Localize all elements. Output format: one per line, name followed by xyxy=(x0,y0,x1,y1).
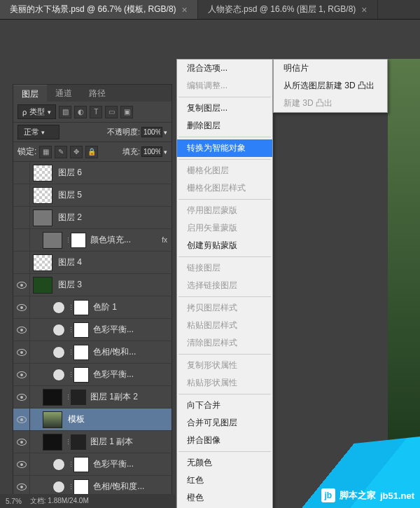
menu-item[interactable]: 删除图层 xyxy=(177,117,272,135)
document-tab-1[interactable]: 美丽的水下场景.psd @ 66.7% (模板, RGB/8) × xyxy=(0,0,198,19)
layer-name[interactable]: 图层 5 xyxy=(58,189,82,201)
blend-mode-dropdown[interactable]: 正常 ▾ xyxy=(18,125,59,139)
fx-badge[interactable]: fx xyxy=(162,236,167,244)
visibility-toggle[interactable] xyxy=(13,409,30,431)
layer-row[interactable]: 图层 4 xyxy=(13,252,172,274)
visibility-toggle[interactable] xyxy=(13,341,30,364)
zoom-level[interactable]: 5.7% xyxy=(6,497,22,505)
visibility-toggle[interactable] xyxy=(13,319,30,341)
visibility-toggle[interactable] xyxy=(13,162,30,184)
lock-all-icon[interactable]: 🔒 xyxy=(85,146,98,158)
layer-name[interactable]: 图层 3 xyxy=(58,279,82,291)
tab-channels[interactable]: 通道 xyxy=(47,85,80,102)
layer-name[interactable]: 图层 4 xyxy=(58,256,82,268)
layer-mask-thumbnail[interactable] xyxy=(71,434,86,450)
menu-item[interactable]: 转换为智能对象 xyxy=(177,139,272,157)
chevron-down-icon[interactable]: ▾ xyxy=(164,129,167,136)
layer-name[interactable]: 色阶 1 xyxy=(93,301,117,313)
menu-item[interactable]: 创建剪贴蒙版 xyxy=(177,237,272,254)
tab-paths[interactable]: 路径 xyxy=(80,85,114,102)
visibility-toggle[interactable] xyxy=(13,364,30,386)
close-icon[interactable]: × xyxy=(361,4,367,15)
layer-row[interactable]: 图层 6 xyxy=(13,162,172,184)
layer-row[interactable]: ⋮色彩平衡... xyxy=(13,364,172,386)
layer-row[interactable]: ⋮图层 1 副本 xyxy=(13,431,172,453)
menu-item[interactable]: 复制图层... xyxy=(177,99,272,117)
layer-name[interactable]: 图层 6 xyxy=(58,167,82,179)
menu-item[interactable]: 明信片 xyxy=(274,60,387,77)
layer-row[interactable]: 图层 2 xyxy=(13,207,172,229)
layer-thumbnail[interactable] xyxy=(33,277,52,294)
menu-item: 编辑调整... xyxy=(177,77,272,95)
layer-name[interactable]: 色彩平衡... xyxy=(93,458,134,470)
document-tab-2[interactable]: 人物姿态.psd @ 16.6% (图层 1, RGB/8) × xyxy=(198,0,378,19)
visibility-toggle[interactable] xyxy=(13,207,30,229)
visibility-toggle[interactable] xyxy=(13,184,30,207)
fill-input[interactable] xyxy=(141,146,162,157)
menu-item[interactable]: 向下合并 xyxy=(177,397,272,414)
filter-adjust-icon[interactable]: ◐ xyxy=(74,106,87,118)
layer-mask-thumbnail[interactable] xyxy=(74,457,89,472)
layer-thumbnail[interactable] xyxy=(33,165,52,181)
layer-name[interactable]: 色彩平衡... xyxy=(93,369,134,380)
menu-item[interactable]: 混合选项... xyxy=(177,60,272,77)
visibility-toggle[interactable] xyxy=(13,431,30,453)
tab-layers[interactable]: 图层 xyxy=(13,85,47,102)
menu-item[interactable]: 合并可见图层 xyxy=(177,414,272,432)
layer-name[interactable]: 颜色填充... xyxy=(90,234,131,246)
visibility-toggle[interactable] xyxy=(13,296,30,319)
layer-name[interactable]: 模板 xyxy=(68,413,85,425)
layer-name[interactable]: 色彩平衡... xyxy=(93,324,134,336)
layer-thumbnail[interactable] xyxy=(43,389,62,406)
layer-row[interactable]: 图层 3 xyxy=(13,274,172,296)
layer-mask-thumbnail[interactable] xyxy=(74,367,89,383)
filter-shape-icon[interactable]: ▭ xyxy=(105,106,118,118)
layer-mask-thumbnail[interactable] xyxy=(71,390,86,405)
layer-thumbnail[interactable] xyxy=(33,187,52,204)
layer-name[interactable]: 图层 2 xyxy=(58,212,82,224)
layer-thumbnail[interactable] xyxy=(43,411,62,428)
lock-position-icon[interactable]: ✥ xyxy=(70,146,83,158)
visibility-toggle[interactable] xyxy=(13,386,30,409)
layer-name[interactable]: 图层 1 副本 xyxy=(90,436,133,448)
layer-mask-thumbnail[interactable] xyxy=(74,345,89,360)
layer-mask-thumbnail[interactable] xyxy=(71,233,86,248)
menu-item: 新建 3D 凸出 xyxy=(274,95,387,112)
layer-mask-thumbnail[interactable] xyxy=(74,479,89,495)
menu-item[interactable]: 拼合图像 xyxy=(177,432,272,449)
layer-mask-thumbnail[interactable] xyxy=(74,300,89,315)
lock-transparency-icon[interactable]: ▦ xyxy=(39,146,52,158)
layer-name[interactable]: 图层 1副本 2 xyxy=(90,391,138,403)
filter-kind-dropdown[interactable]: ρ 类型 ▾ xyxy=(18,104,56,119)
layer-row[interactable]: ⋮色相/饱和... xyxy=(13,341,172,364)
layer-row[interactable]: ⋮色阶 1 xyxy=(13,296,172,319)
layer-thumbnail[interactable] xyxy=(33,254,52,271)
visibility-toggle[interactable] xyxy=(13,453,30,476)
link-icon: ⋮ xyxy=(65,439,71,446)
layer-row[interactable]: ⋮色彩平衡... xyxy=(13,453,172,476)
close-icon[interactable]: × xyxy=(182,4,188,15)
layer-row[interactable]: ⋮颜色填充...fx xyxy=(13,229,172,252)
filter-pixel-icon[interactable]: ▧ xyxy=(59,106,71,118)
chevron-down-icon[interactable]: ▾ xyxy=(164,149,167,156)
layer-name[interactable]: 色相/饱和... xyxy=(93,346,136,358)
layer-row[interactable]: ⋮色彩平衡... xyxy=(13,319,172,341)
layer-thumbnail[interactable] xyxy=(43,434,62,451)
menu-item[interactable]: 从所选图层新建 3D 凸出 xyxy=(274,77,387,95)
layer-name[interactable]: 色相/饱和度... xyxy=(93,481,144,493)
eye-icon xyxy=(17,349,27,356)
layer-row[interactable]: 图层 5 xyxy=(13,184,172,207)
filter-type-icon[interactable]: T xyxy=(90,106,102,118)
opacity-input[interactable] xyxy=(141,127,162,137)
layer-mask-thumbnail[interactable] xyxy=(74,322,89,338)
filter-smart-icon[interactable]: ▣ xyxy=(120,106,133,118)
visibility-toggle[interactable] xyxy=(13,274,30,296)
layer-thumbnail[interactable] xyxy=(43,232,62,249)
layer-thumbnail[interactable] xyxy=(33,210,52,226)
visibility-toggle[interactable] xyxy=(13,252,30,274)
visibility-toggle[interactable] xyxy=(13,229,30,252)
layer-row[interactable]: 模板 xyxy=(13,409,172,431)
menu-item: 复制形状属性 xyxy=(177,357,272,374)
layer-row[interactable]: ⋮图层 1副本 2 xyxy=(13,386,172,409)
lock-paint-icon[interactable]: ✎ xyxy=(55,146,67,158)
